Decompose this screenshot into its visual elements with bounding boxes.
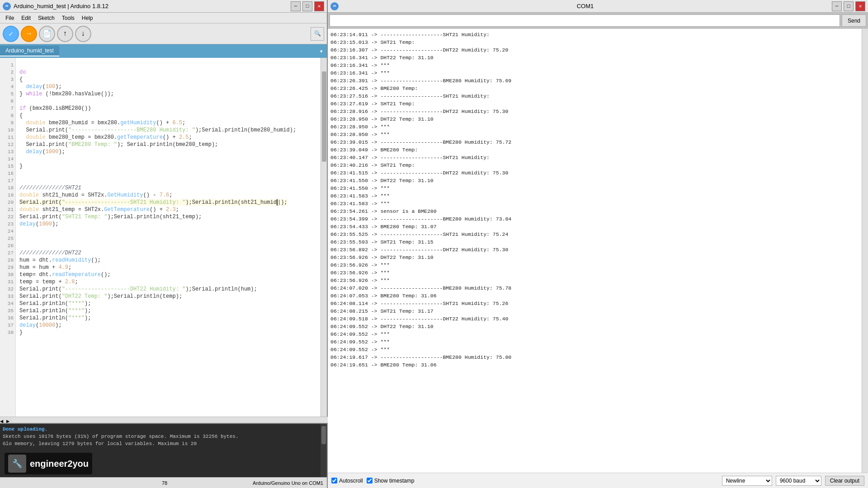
serial-line: 06:23:27.619 -> SHT21 Temp:: [330, 100, 865, 108]
baud-select[interactable]: 9600 baud 300 baud 115200 baud: [776, 476, 821, 486]
serial-line: 06:24:09.552 -> ***: [330, 346, 865, 353]
close-button[interactable]: ✕: [314, 1, 324, 11]
serial-line: 06:23:27.516 -> --------------------SHT2…: [330, 92, 865, 100]
arduino-window-title: Arduino_humid_test | Arduino 1.8.12: [14, 3, 108, 9]
console-scrollbar[interactable]: [321, 424, 327, 477]
status-line-number: 78: [162, 480, 167, 486]
serial-output-container: 06:23:14.911 -> --------------------SHT2…: [328, 29, 868, 473]
status-board: Arduino/Genuino Uno on COM1: [253, 480, 323, 486]
serial-line: 06:23:16.341 -> DHT22 Temp: 31.10: [330, 54, 865, 61]
serial-line: 06:24:08.215 -> SHT21 Temp: 31.17: [330, 307, 865, 315]
serial-line: 06:24:09.552 -> DHT22 Temp: 31.10: [330, 323, 865, 330]
serial-line: 06:23:28.916 -> --------------------DHT2…: [330, 108, 865, 115]
tab-dropdown-button[interactable]: ▾: [316, 47, 327, 55]
send-button[interactable]: Send: [842, 14, 866, 27]
show-timestamp-text: Show timestamp: [374, 478, 415, 484]
serial-line: 06:23:41.515 -> --------------------DHT2…: [330, 169, 865, 177]
autoscroll-label[interactable]: Autoscroll: [331, 478, 363, 484]
serial-line: 06:24:19.651 -> BME280 Temp: 31.06: [330, 361, 865, 369]
serial-line: 06:23:14.911 -> --------------------SHT2…: [330, 31, 865, 38]
serial-line: 06:23:16.341 -> ***: [330, 61, 865, 69]
com1-minimize-button[interactable]: ─: [832, 1, 842, 11]
com1-maximize-button[interactable]: □: [844, 1, 854, 11]
serial-line: 06:23:15.013 -> SHT21 Temp:: [330, 38, 865, 46]
com1-app-icon: ∞: [330, 2, 339, 10]
serial-line: 06:23:26.391 -> --------------------BME2…: [330, 77, 865, 84]
serial-line: 06:23:54.399 -> --------------------BME2…: [330, 215, 865, 223]
tab-arduino-humid-test[interactable]: Arduino_humid_test: [0, 46, 59, 56]
line-numbers: 12345 678910 1112131415 1617181920 21222…: [0, 58, 16, 417]
serial-line: 06:23:41.583 -> ***: [330, 192, 865, 200]
serial-line: 06:23:56.926 -> DHT22 Temp: 31.10: [330, 253, 865, 261]
status-bar: 🔧 engineer2you 78 Arduino/Genuino Uno on…: [0, 477, 327, 488]
serial-line: 06:23:54.261 -> sensor is a BME280: [330, 207, 865, 215]
show-timestamp-label[interactable]: Show timestamp: [367, 478, 415, 484]
serial-line: 06:23:41.583 -> ***: [330, 200, 865, 207]
menu-sketch[interactable]: Sketch: [34, 14, 58, 22]
serial-line: 06:23:28.950 -> ***: [330, 123, 865, 131]
send-input[interactable]: [330, 14, 840, 27]
autoscroll-text: Autoscroll: [339, 478, 363, 484]
menu-file[interactable]: File: [2, 14, 18, 22]
serial-line: 06:23:55.525 -> --------------------SHT2…: [330, 230, 865, 238]
console-content: Done uploading. Sketch uses 10176 bytes …: [0, 424, 327, 449]
code-scrollbar-vertical[interactable]: [321, 58, 327, 417]
com1-title: COM1: [339, 3, 832, 9]
serial-monitor-icon: 🔍: [314, 30, 321, 37]
console-line2: Glo memory, leaving 1279 bytes for local…: [3, 440, 324, 447]
scroll-right-btn[interactable]: ▶: [6, 418, 13, 422]
serial-line: 06:24:07.020 -> --------------------BME2…: [330, 284, 865, 292]
serial-line: 06:23:55.593 -> SHT21 Temp: 31.15: [330, 238, 865, 246]
serial-line: 06:23:28.950 -> DHT22 Temp: 31.10: [330, 115, 865, 123]
serial-line: 06:23:56.926 -> ***: [330, 269, 865, 277]
toolbar: ✓ → 📄 ↑ ↓ 🔍: [0, 23, 327, 44]
send-bar: Send: [328, 13, 868, 29]
serial-line: 06:24:08.114 -> --------------------SHT2…: [330, 300, 865, 307]
serial-line: 06:23:26.425 -> BME280 Temp:: [330, 84, 865, 92]
console-line1: Sketch uses 10176 bytes (31%) of program…: [3, 433, 324, 440]
scroll-left-btn[interactable]: ◀: [0, 418, 6, 422]
watermark: 🔧 engineer2you: [5, 453, 92, 474]
save-button[interactable]: ↓: [75, 26, 91, 42]
code-content[interactable]: do { delay(100); } while (!bmx280.hasVal…: [16, 58, 321, 417]
newline-select[interactable]: Newline No line ending Carriage return B…: [722, 476, 772, 486]
serial-scrollbar-vertical[interactable]: [862, 29, 868, 473]
menu-edit[interactable]: Edit: [18, 14, 34, 22]
com1-title-bar: ∞ COM1 ─ □ ✕: [328, 0, 868, 13]
open-icon: ↑: [63, 30, 67, 38]
menu-tools[interactable]: Tools: [58, 14, 78, 22]
serial-line: 06:23:28.950 -> ***: [330, 131, 865, 138]
code-editor[interactable]: 12345 678910 1112131415 1617181920 21222…: [0, 58, 327, 417]
upload-button[interactable]: →: [21, 26, 37, 42]
serial-line: 06:23:16.341 -> ***: [330, 69, 865, 77]
verify-button[interactable]: ✓: [3, 26, 19, 42]
serial-monitor-button[interactable]: 🔍: [311, 27, 324, 41]
save-icon: ↓: [81, 30, 85, 38]
console-scroll-thumb[interactable]: [321, 426, 326, 444]
code-scroll-thumb[interactable]: [322, 71, 326, 162]
serial-output: 06:23:14.911 -> --------------------SHT2…: [328, 29, 868, 473]
new-icon: 📄: [42, 29, 52, 38]
open-button[interactable]: ↑: [57, 26, 73, 42]
show-timestamp-checkbox[interactable]: [367, 478, 373, 483]
menu-bar: File Edit Sketch Tools Help: [0, 13, 327, 23]
serial-line: 06:23:56.926 -> ***: [330, 261, 865, 269]
serial-line: 06:23:39.049 -> BME280 Temp:: [330, 146, 865, 154]
watermark-text: engineer2you: [30, 459, 89, 469]
watermark-icon: 🔧: [8, 455, 26, 473]
serial-line: 06:23:41.550 -> DHT22 Temp: 31.10: [330, 177, 865, 184]
clear-output-button[interactable]: Clear output: [825, 476, 864, 486]
menu-help[interactable]: Help: [78, 14, 97, 22]
serial-line: 06:23:54.433 -> BME280 Temp: 31.07: [330, 223, 865, 230]
com1-close-button[interactable]: ✕: [855, 1, 865, 11]
maximize-button[interactable]: □: [302, 1, 312, 11]
serial-line: 06:24:19.617 -> --------------------BME2…: [330, 353, 865, 361]
code-scrollbar-horizontal[interactable]: ◀ ▶: [0, 417, 328, 423]
serial-line: 06:24:09.552 -> ***: [330, 330, 865, 338]
serial-line: 06:23:39.015 -> --------------------BME2…: [330, 138, 865, 146]
autoscroll-checkbox[interactable]: [331, 478, 337, 483]
minimize-button[interactable]: ─: [291, 1, 301, 11]
serial-line: 06:23:41.550 -> ***: [330, 184, 865, 192]
new-button[interactable]: 📄: [39, 26, 55, 42]
tab-bar: Arduino_humid_test ▾: [0, 44, 327, 58]
